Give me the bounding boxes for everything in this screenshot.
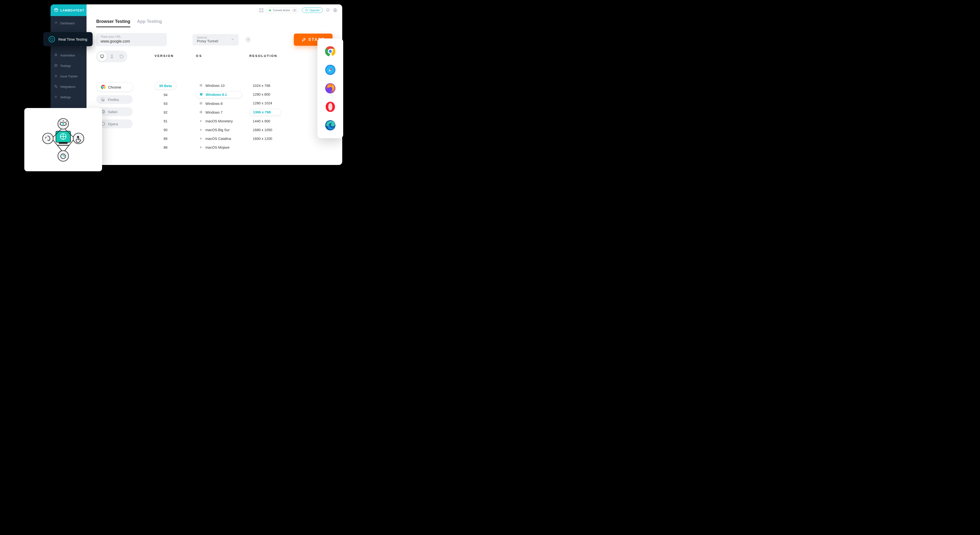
- nav: DashboardVisual UI TestingAutomationTest…: [51, 16, 86, 102]
- sidebar-item-settings[interactable]: Settings: [51, 92, 86, 102]
- svg-rect-48: [59, 142, 67, 144]
- nav-icon: [54, 53, 58, 57]
- nav-icon: [54, 21, 58, 26]
- version-91[interactable]: 91: [154, 118, 177, 124]
- browser-badge-panel: [317, 38, 343, 138]
- brand-logo-icon: [54, 8, 58, 13]
- browser-badge-chrome[interactable]: [325, 46, 336, 57]
- url-placeholder: Place your URL: [100, 35, 162, 38]
- apple-icon: [199, 128, 202, 132]
- help-icon[interactable]: ?: [245, 37, 251, 42]
- brand-text: LAMBDATEST: [60, 8, 84, 12]
- firefox-icon: [100, 97, 105, 102]
- os-windows-7[interactable]: Windows 7: [196, 109, 242, 115]
- chevron-down-icon: [231, 38, 234, 41]
- browser-option-firefox[interactable]: Firefox: [96, 95, 133, 104]
- upgrade-button[interactable]: Upgrade: [302, 8, 323, 13]
- browser-option-chrome[interactable]: Chrome: [96, 83, 133, 92]
- version-90[interactable]: 90: [154, 127, 177, 133]
- version-92[interactable]: 92: [154, 109, 177, 115]
- svg-point-59: [62, 123, 64, 125]
- sidebar-flyout-realtime[interactable]: Real Time Testing: [43, 32, 92, 46]
- svg-point-55: [43, 133, 53, 144]
- sidebar-item-testlogs[interactable]: Testlogs: [51, 61, 86, 71]
- tunnel-label: Tunnels Active: [273, 9, 290, 12]
- tunnel-status[interactable]: Tunnels Active 3: [266, 8, 299, 13]
- os-windows-8[interactable]: Windows 8: [196, 101, 242, 107]
- browser-badge-safari[interactable]: [325, 64, 336, 75]
- svg-rect-4: [55, 54, 57, 56]
- chrome-icon: [101, 85, 106, 89]
- user-icon[interactable]: [333, 8, 337, 13]
- resolution-list: 1024 x 7681280 x 8001280 x 10241366 x 76…: [250, 64, 293, 142]
- svg-rect-11: [56, 86, 57, 88]
- version-94[interactable]: 94: [154, 92, 177, 98]
- tab-app-testing[interactable]: App Testing: [137, 19, 162, 27]
- col-os: OS: [196, 51, 250, 64]
- url-input[interactable]: Place your URL www.google.com: [96, 33, 167, 46]
- windows-icon: [199, 102, 202, 105]
- accessibility-card: [24, 108, 102, 171]
- os-windows-8-1[interactable]: Windows 8.1: [196, 91, 242, 98]
- sidebar-item-automation[interactable]: Automation: [51, 50, 86, 61]
- apps-grid-icon[interactable]: [259, 8, 264, 13]
- nav-icon: [54, 64, 58, 68]
- svg-point-15: [335, 9, 336, 10]
- col-resolution: RESOLUTION: [250, 51, 293, 64]
- svg-point-42: [328, 103, 332, 111]
- tabs: Browser Testing App Testing: [86, 19, 342, 27]
- svg-rect-10: [55, 85, 56, 86]
- upgrade-label: Upgrade: [309, 9, 320, 12]
- browser-badge-edge[interactable]: [325, 120, 336, 131]
- resolution-1600x1200[interactable]: 1600 x 1200: [250, 136, 281, 142]
- sidebar-item-dashboard[interactable]: Dashboard: [51, 18, 86, 29]
- tunnel-count: 3: [292, 9, 297, 12]
- version-95-beta[interactable]: 95 Beta: [154, 83, 177, 89]
- sidebar-item-integrations[interactable]: Integrations: [51, 81, 86, 92]
- windows-icon: [199, 84, 202, 88]
- nav-icon: [54, 74, 58, 78]
- status-dot-icon: [269, 10, 271, 11]
- url-value: www.google.com: [100, 39, 162, 44]
- proxy-label: Optional: [197, 36, 218, 39]
- os-macos-monetery[interactable]: macOS Monetery: [196, 118, 242, 124]
- browser-badge-firefox[interactable]: [325, 83, 336, 94]
- version-list: 95 Beta94939291908988: [154, 64, 196, 150]
- accessibility-illustration: [35, 114, 91, 165]
- resolution-1024x768[interactable]: 1024 x 768: [250, 83, 281, 89]
- browser-list: ChromeFirefoxSafariOpera: [96, 64, 154, 128]
- svg-point-16: [304, 39, 305, 40]
- resolution-1280x1024[interactable]: 1280 x 1024: [250, 100, 281, 106]
- apple-icon: [199, 119, 202, 123]
- clock-icon: [305, 9, 308, 12]
- col-version: VERSION: [154, 51, 196, 64]
- sidebar-item-issue-tracker[interactable]: Issue Tracker: [51, 71, 86, 81]
- svg-point-29: [102, 122, 104, 125]
- bell-icon[interactable]: [326, 8, 330, 13]
- config-row: Place your URL www.google.com Optional P…: [86, 27, 342, 46]
- tab-browser-testing[interactable]: Browser Testing: [96, 19, 130, 27]
- selection-columns: . ChromeFirefoxSafariOpera VERSION 95 Be…: [86, 51, 342, 150]
- svg-point-12: [56, 96, 56, 97]
- os-windows-10[interactable]: Windows 10: [196, 83, 242, 89]
- version-89[interactable]: 89: [154, 136, 177, 142]
- sidebar-flyout-label: Real Time Testing: [58, 37, 87, 42]
- brand[interactable]: LAMBDATEST: [51, 5, 86, 16]
- proxy-tunnel-select[interactable]: Optional Proxy Tunnel: [192, 34, 239, 45]
- svg-point-60: [77, 136, 79, 138]
- history-icon: [49, 36, 55, 42]
- os-list: Windows 10Windows 8.1Windows 8Windows 7m…: [196, 64, 250, 150]
- os-macos-mojave[interactable]: macOS Mojave: [196, 144, 242, 150]
- nav-icon: [54, 85, 58, 89]
- os-macos-catalina[interactable]: macOS Catalina: [196, 136, 242, 142]
- resolution-1280x800[interactable]: 1280 x 800: [250, 91, 281, 97]
- topbar: Tunnels Active 3 Upgrade: [86, 5, 342, 16]
- browser-badge-opera[interactable]: [325, 101, 336, 112]
- version-93[interactable]: 93: [154, 101, 177, 107]
- resolution-1680x1050[interactable]: 1680 x 1050: [250, 127, 281, 133]
- version-88[interactable]: 88: [154, 144, 177, 150]
- resolution-1366x768[interactable]: 1366 x 768: [250, 109, 281, 115]
- windows-icon: [200, 93, 203, 97]
- resolution-1440x900[interactable]: 1440 x 900: [250, 118, 281, 124]
- os-macos-big-sur[interactable]: macOS Big Sur: [196, 127, 242, 133]
